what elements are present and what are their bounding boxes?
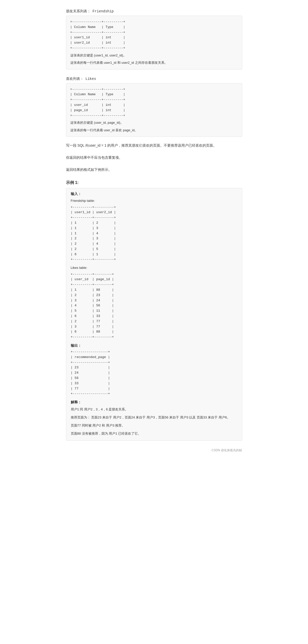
friendship-table-label-text: Friendship table: bbox=[71, 199, 95, 203]
input-label: 输入： bbox=[71, 192, 237, 196]
output-label-text: 输出： bbox=[71, 343, 81, 347]
friendship-schema-pre: +---------------+----------+ | Column Na… bbox=[70, 19, 238, 51]
explanation-label: 解释： bbox=[71, 400, 237, 405]
friendship-section-label: 朋友关系列表： Friendship bbox=[66, 9, 242, 14]
question3: 返回结果的格式如下例所示。 bbox=[66, 166, 242, 173]
friendship-schema-box: +---------------+----------+ | Column Na… bbox=[66, 16, 242, 70]
friendship-table-label: Friendship table: bbox=[71, 198, 237, 204]
explanation3-text: 页面77 同时被 用户2 和 用户3 推荐。 bbox=[71, 424, 125, 427]
example-title-text: 示例 1: bbox=[66, 180, 79, 185]
explanation2: 推荐页面为： 页面23 来自于 用户2，页面24 来自于 用户3，页面56 来自… bbox=[71, 414, 237, 421]
explanation4: 页面88 没有被推荐，因为 用户1 已经喜欢了它。 bbox=[71, 430, 237, 437]
footer: CSDN @化身孤岛的鲸 bbox=[66, 448, 242, 453]
question3-text: 返回结果的格式如下例所示。 bbox=[66, 168, 112, 172]
explanation-label-text: 解释： bbox=[71, 400, 81, 404]
likes-table-label-text: Likes table: bbox=[71, 266, 87, 270]
likes-label-text: 喜欢列表： bbox=[66, 77, 84, 81]
question1: 写一段 SQL 向user_id = 1 的用户，推荐其朋友们喜欢的页面。不要推… bbox=[66, 142, 242, 149]
footer-text: CSDN @化身孤岛的鲸 bbox=[212, 448, 242, 452]
friendship-desc2: 这张表的每一行代表着 user1_id 和 user2_id 之间存在着朋友关系… bbox=[70, 60, 238, 66]
likes-desc1-text: 这张表的主键是 (user_id, page_id)。 bbox=[70, 121, 124, 124]
friendship-example-table: +----------+----------+ | user1_id | use… bbox=[71, 205, 237, 263]
friendship-desc2-text: 这张表的每一行代表着 user1_id 和 user2_id 之间存在着朋友关系… bbox=[70, 61, 168, 65]
question2-text: 你返回的结果中不应当包含重复项。 bbox=[66, 155, 122, 159]
explanation2-text: 推荐页面为： 页面23 来自于 用户2，页面24 来自于 用户3，页面56 来自… bbox=[71, 415, 230, 419]
friendship-table-name: Friendship bbox=[92, 9, 114, 13]
likes-desc2-text: 这张表的每一行代表着 user_id 喜欢 page_id。 bbox=[70, 128, 138, 132]
example-box: 输入： Friendship table: +----------+------… bbox=[66, 188, 242, 441]
likes-desc1: 这张表的主键是 (user_id, page_id)。 bbox=[70, 120, 238, 125]
likes-table-name: Likes bbox=[85, 77, 96, 81]
likes-example-table: +----------+---------+ | user_id | page_… bbox=[71, 272, 237, 340]
example-title: 示例 1: bbox=[66, 180, 242, 185]
likes-section-label: 喜欢列表： Likes bbox=[66, 77, 242, 81]
question1-text: 写一段 SQL 向user_id = 1 的用户，推荐其朋友们喜欢的页面。不要推… bbox=[66, 143, 217, 147]
friendship-desc1: 这张表的主键是 (user1_id, user2_id)。 bbox=[70, 52, 238, 58]
likes-desc2: 这张表的每一行代表着 user_id 喜欢 page_id。 bbox=[70, 127, 238, 133]
likes-table-label: Likes table: bbox=[71, 265, 237, 271]
explanation4-text: 页面88 没有被推荐，因为 用户1 已经喜欢了它。 bbox=[71, 432, 141, 435]
friendship-desc1-text: 这张表的主键是 (user1_id, user2_id)。 bbox=[70, 53, 126, 57]
explanation1-text: 用户1 同 用户2，3，4，6 是朋友关系。 bbox=[71, 407, 128, 411]
question2: 你返回的结果中不应当包含重复项。 bbox=[66, 154, 242, 161]
likes-schema-box: +---------------+----------+ | Column Na… bbox=[66, 83, 242, 137]
output-label: 输出： bbox=[71, 343, 237, 348]
explanation1: 用户1 同 用户2，3，4，6 是朋友关系。 bbox=[71, 406, 237, 413]
friendship-label-text: 朋友关系列表： bbox=[66, 9, 91, 13]
input-label-text: 输入： bbox=[71, 192, 81, 196]
output-table: +------------------+ | recommended_page … bbox=[71, 349, 237, 397]
likes-schema-pre: +---------------+----------+ | Column Na… bbox=[70, 87, 238, 118]
explanation3: 页面77 同时被 用户2 和 用户3 推荐。 bbox=[71, 422, 237, 429]
